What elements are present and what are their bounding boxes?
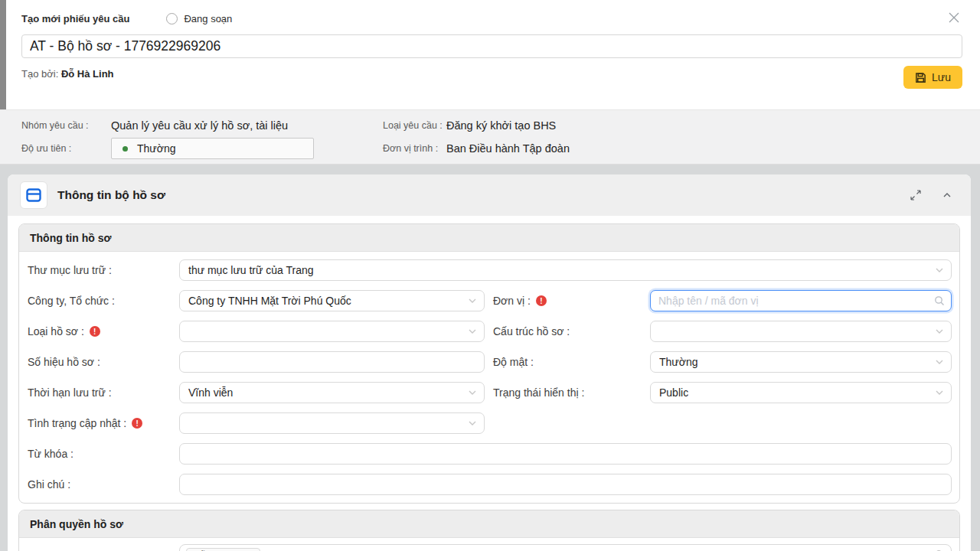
notes-field[interactable] [188, 478, 942, 491]
header: Tạo mới phiếu yêu cầu Đang soạn Tạo bởi:… [6, 0, 980, 109]
request-title-input[interactable] [21, 34, 962, 58]
record-number-label: Số hiệu hồ sơ : [28, 356, 179, 368]
structure-select[interactable] [650, 321, 952, 342]
folder-value: thư mục lưu trữ của Trang [188, 264, 314, 276]
dossier-card-icon [24, 186, 43, 204]
update-status-select[interactable] [179, 412, 485, 434]
company-label: Công ty, Tổ chức : [28, 295, 179, 307]
form-row-notes: Ghi chú : [28, 474, 952, 495]
search-icon [934, 295, 945, 306]
record-info-subcard: Thông tin hồ sơ Thư mục lưu trữ : thư mụ… [18, 223, 960, 504]
permissions-subcard: Phân quyền hồ sơ Quyền owner : Đỗ Hà Lin… [18, 510, 960, 551]
request-group-value: Quản lý yêu cầu xử lý hồ sơ, tài liệu [111, 119, 288, 132]
close-icon[interactable] [946, 10, 962, 25]
owner-multiselect[interactable]: Đỗ Hà Linh × [179, 544, 952, 551]
visibility-select[interactable]: Public [650, 382, 952, 403]
keywords-input[interactable] [179, 443, 952, 465]
form-row-update-status: Tình trạng cập nhật : ! [28, 412, 952, 434]
secrecy-value: Thường [659, 356, 697, 368]
draft-status-radio[interactable]: Đang soạn [166, 13, 232, 24]
form-row-keywords: Từ khóa : [28, 443, 952, 465]
window-edge-strip [0, 0, 6, 109]
dossier-info-card-header: Thông tin bộ hồ sơ [8, 174, 971, 216]
priority-select[interactable]: Thường [111, 138, 314, 159]
doc-type-label: Loại hồ sơ : ! [28, 325, 179, 337]
priority-value: Thường [137, 142, 175, 155]
notes-label: Ghi chú : [28, 478, 179, 491]
section-title: Thông tin bộ hồ sơ [57, 188, 165, 202]
visibility-label: Trạng thái hiển thị : [493, 386, 650, 399]
save-icon [915, 72, 926, 83]
update-status-label-text: Tình trạng cập nhật : [28, 417, 126, 429]
page-background: Thông tin bộ hồ sơ Thông tin hồ sơ Thư m… [0, 165, 980, 551]
save-button-label: Lưu [932, 71, 951, 83]
unit-search-field[interactable] [658, 295, 929, 307]
collapse-chevron-up-icon[interactable] [942, 190, 952, 201]
retention-value: Vĩnh viễn [188, 386, 233, 399]
form-row-retention-visibility: Thời hạn lưu trữ : Vĩnh viễn Trạng thái … [28, 382, 952, 403]
chevron-down-icon [935, 266, 944, 275]
save-button[interactable]: Lưu [903, 66, 962, 89]
keywords-label: Từ khóa : [28, 448, 179, 460]
record-info-title: Thông tin hồ sơ [19, 224, 959, 252]
dossier-card-body: Thông tin hồ sơ Thư mục lưu trữ : thư mụ… [8, 216, 971, 551]
secrecy-label: Độ mật : [493, 356, 650, 368]
priority-label: Độ ưu tiên : [21, 143, 71, 154]
chevron-down-icon [935, 357, 944, 367]
dossier-info-card: Thông tin bộ hồ sơ Thông tin hồ sơ Thư m… [8, 174, 971, 551]
company-select[interactable]: Công ty TNHH Mặt Trời Phú Quốc [179, 290, 485, 311]
doc-type-label-text: Loại hồ sơ : [28, 325, 84, 337]
submit-unit-value: Ban Điều hành Tập đoàn [446, 142, 570, 155]
owner-tag: Đỗ Hà Linh × [186, 548, 260, 551]
summary-row-2: Độ ưu tiên : Thường Đơn vị trình : Ban Đ… [0, 138, 980, 159]
folder-label: Thư mục lưu trữ : [28, 264, 179, 276]
unit-search-input[interactable] [650, 290, 952, 311]
update-status-label: Tình trạng cập nhật : ! [28, 417, 179, 429]
form-row-company-unit: Công ty, Tổ chức : Công ty TNHH Mặt Trời… [28, 290, 952, 311]
record-info-body: Thư mục lưu trữ : thư mục lưu trữ của Tr… [19, 252, 959, 503]
doc-type-select[interactable] [179, 321, 485, 342]
permissions-body: Quyền owner : Đỗ Hà Linh × [19, 538, 959, 551]
secrecy-select[interactable]: Thường [650, 351, 952, 373]
request-group-label: Nhóm yêu cầu : [21, 120, 89, 131]
visibility-value: Public [659, 386, 688, 399]
expand-icon[interactable] [910, 189, 922, 201]
chevron-down-icon [468, 419, 477, 428]
record-number-input[interactable] [179, 351, 485, 373]
radio-label: Đang soạn [184, 13, 232, 24]
record-number-field[interactable] [188, 356, 475, 368]
created-by-name: Đỗ Hà Linh [61, 68, 114, 80]
unit-label: Đơn vị : ! [493, 295, 650, 307]
created-by-label: Tạo bởi: [21, 68, 58, 80]
form-row-folder: Thư mục lưu trữ : thư mục lưu trữ của Tr… [28, 259, 952, 281]
notes-input[interactable] [179, 474, 952, 495]
folder-select[interactable]: thư mục lưu trữ của Trang [179, 259, 952, 281]
summary-row-1: Nhóm yêu cầu : Quản lý yêu cầu xử lý hồ … [0, 115, 980, 136]
unit-label-text: Đơn vị : [493, 295, 531, 307]
form-row-doctype-structure: Loại hồ sơ : ! Cấu trúc hồ sơ : [28, 321, 952, 342]
submit-unit-label: Đơn vị trình : [383, 143, 438, 154]
section-icon-tile [20, 181, 47, 209]
required-icon: ! [132, 418, 142, 429]
chevron-down-icon [468, 327, 477, 336]
required-icon: ! [536, 295, 547, 306]
request-summary-band: Nhóm yêu cầu : Quản lý yêu cầu xử lý hồ … [0, 109, 980, 165]
page-title: Tạo mới phiếu yêu cầu [21, 13, 129, 24]
retention-select[interactable]: Vĩnh viễn [179, 382, 485, 403]
created-by: Tạo bởi: Đỗ Hà Linh [21, 68, 114, 80]
keywords-field[interactable] [188, 448, 942, 460]
company-value: Công ty TNHH Mặt Trời Phú Quốc [188, 295, 351, 307]
required-icon: ! [90, 326, 100, 337]
retention-label: Thời hạn lưu trữ : [28, 386, 179, 399]
priority-status-dot-icon [122, 146, 128, 152]
chevron-down-icon [935, 327, 944, 336]
radio-icon[interactable] [166, 13, 178, 24]
header-row: Tạo mới phiếu yêu cầu Đang soạn [21, 9, 232, 28]
request-type-value: Đăng ký khởi tạo BHS [446, 119, 556, 132]
chevron-down-icon [468, 296, 477, 305]
request-type-label: Loại yêu cầu : [383, 120, 443, 131]
chevron-down-icon [935, 388, 944, 397]
permissions-title: Phân quyền hồ sơ [19, 510, 959, 538]
form-row-number-secrecy: Số hiệu hồ sơ : Độ mật : Thường [28, 351, 952, 373]
structure-label: Cấu trúc hồ sơ : [493, 325, 650, 337]
